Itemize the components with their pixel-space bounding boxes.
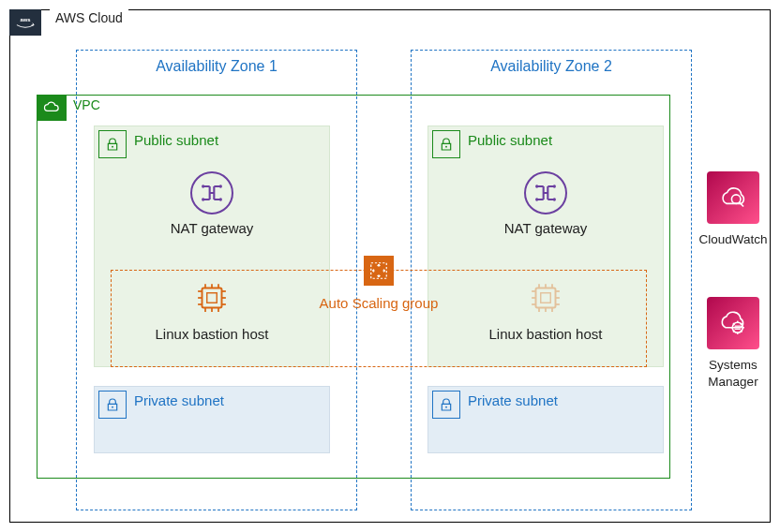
aws-logo-icon: aws <box>9 9 41 36</box>
diagram-canvas: aws AWS Cloud Availability Zone 1 Availa… <box>0 0 780 532</box>
cloudwatch-caption: CloudWatch <box>691 231 775 248</box>
svg-point-41 <box>445 406 447 408</box>
lock-icon <box>432 130 460 158</box>
vpc-group: VPC Public subnet NAT gateway <box>37 95 670 479</box>
service-cloudwatch: CloudWatch <box>691 171 775 248</box>
auto-scaling-icon <box>364 256 394 286</box>
svg-line-49 <box>733 323 735 325</box>
auto-scaling-group: Auto Scaling group <box>111 270 647 367</box>
cloudwatch-icon <box>707 171 759 224</box>
vpc-cloud-icon <box>37 95 67 121</box>
nat-gateway-icon <box>524 171 567 214</box>
svg-line-52 <box>741 323 742 325</box>
nat-caption: NAT gateway <box>95 220 329 236</box>
private-subnet-az1: Private subnet <box>94 386 330 453</box>
nat-gateway-az2: NAT gateway <box>428 171 663 236</box>
svg-point-21 <box>535 185 538 187</box>
svg-point-4 <box>219 185 222 187</box>
private-subnet-label: Private subnet <box>468 392 558 408</box>
lock-icon <box>432 391 460 419</box>
svg-point-40 <box>112 406 113 408</box>
svg-point-20 <box>445 146 447 148</box>
asg-label: Auto Scaling group <box>112 295 646 311</box>
svg-point-2 <box>202 185 204 187</box>
systems-manager-caption: Systems Manager <box>691 357 775 390</box>
public-subnet-label: Public subnet <box>468 132 552 148</box>
nat-gateway-icon <box>190 171 233 214</box>
az2-label: Availability Zone 2 <box>412 58 691 75</box>
service-systems-manager: Systems Manager <box>691 297 775 390</box>
svg-point-24 <box>553 198 556 200</box>
lock-icon <box>98 130 127 158</box>
svg-line-50 <box>741 331 742 332</box>
svg-point-23 <box>553 185 556 187</box>
nat-gateway-az1: NAT gateway <box>95 171 329 236</box>
svg-text:aws: aws <box>20 17 31 22</box>
nat-caption: NAT gateway <box>428 220 663 236</box>
public-subnet-label: Public subnet <box>134 132 218 148</box>
private-subnet-az2: Private subnet <box>428 386 664 453</box>
private-subnet-label: Private subnet <box>134 392 224 408</box>
aws-cloud-group: aws AWS Cloud Availability Zone 1 Availa… <box>9 9 771 523</box>
svg-point-3 <box>202 198 204 200</box>
az1-label: Availability Zone 1 <box>77 58 356 75</box>
lock-icon <box>98 391 127 419</box>
vpc-label: VPC <box>73 97 100 112</box>
svg-line-51 <box>733 331 735 332</box>
svg-point-1 <box>112 146 113 148</box>
systems-manager-icon <box>707 297 759 349</box>
svg-point-22 <box>535 198 538 200</box>
aws-cloud-label: AWS Cloud <box>50 8 128 27</box>
svg-point-5 <box>219 198 222 200</box>
